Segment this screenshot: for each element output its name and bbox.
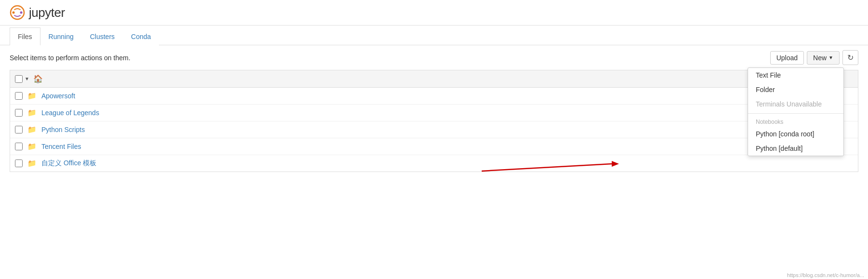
- header-checkbox-wrapper: ▼: [15, 75, 29, 83]
- toolbar: Select items to perform actions on them.…: [0, 45, 868, 70]
- dropdown-divider: [748, 113, 843, 114]
- jupyter-logo-icon: [10, 5, 25, 20]
- tabs-bar: Files Running Clusters Conda: [0, 27, 868, 45]
- file-list: ▼ 🏠 📁 Apowersoft 📁 League of Legends 📁 P…: [10, 70, 858, 172]
- file-link-python-scripts[interactable]: Python Scripts: [41, 126, 85, 133]
- app-title: jupyter: [29, 5, 65, 20]
- folder-icon: 📁: [27, 142, 37, 151]
- tab-running[interactable]: Running: [40, 27, 82, 45]
- row-checkbox-office-templates[interactable]: [15, 159, 23, 167]
- upload-button[interactable]: Upload: [770, 51, 804, 65]
- new-button[interactable]: New ▼: [807, 51, 840, 65]
- svg-point-2: [20, 12, 23, 14]
- dropdown-item-python-conda-root[interactable]: Python [conda root]: [748, 127, 843, 141]
- table-row: 📁 Python Scripts: [10, 121, 858, 138]
- chevron-down-icon: ▼: [829, 55, 833, 60]
- select-dropdown-arrow[interactable]: ▼: [25, 76, 29, 81]
- folder-icon: 📁: [27, 108, 37, 117]
- svg-point-1: [13, 12, 15, 14]
- dropdown-item-text-file[interactable]: Text File: [748, 68, 843, 82]
- table-row: 📁 League of Legends: [10, 105, 858, 121]
- row-checkbox-apowersoft[interactable]: [15, 92, 23, 100]
- folder-icon: 📁: [27, 92, 37, 100]
- folder-icon: 📁: [27, 159, 37, 168]
- toolbar-right: Upload New ▼ ↻ Text File Folder Terminal…: [770, 50, 858, 65]
- table-row: 📁 Apowersoft: [10, 88, 858, 105]
- table-row: 📁 自定义 Office 模板: [10, 155, 858, 172]
- jupyter-logo: jupyter: [10, 5, 65, 20]
- tab-files[interactable]: Files: [10, 27, 40, 45]
- dropdown-item-folder[interactable]: Folder: [748, 82, 843, 97]
- row-checkbox-tencent-files[interactable]: [15, 143, 23, 150]
- tab-conda[interactable]: Conda: [123, 27, 159, 45]
- select-all-checkbox[interactable]: [15, 75, 23, 83]
- table-row: 📁 Tencent Files: [10, 138, 858, 155]
- file-link-apowersoft[interactable]: Apowersoft: [41, 92, 75, 100]
- file-list-header: ▼ 🏠: [10, 70, 858, 88]
- row-checkbox-python-scripts[interactable]: [15, 126, 23, 133]
- refresh-button[interactable]: ↻: [842, 50, 858, 65]
- file-link-league-of-legends[interactable]: League of Legends: [41, 109, 99, 117]
- new-dropdown-menu: Text File Folder Terminals Unavailable N…: [748, 67, 844, 156]
- app-header: jupyter: [0, 0, 868, 26]
- refresh-icon: ↻: [847, 53, 854, 62]
- folder-icon: 📁: [27, 125, 37, 134]
- file-link-office-templates[interactable]: 自定义 Office 模板: [41, 159, 96, 168]
- dropdown-section-notebooks: Notebooks: [748, 116, 843, 127]
- file-link-tencent-files[interactable]: Tencent Files: [41, 143, 81, 150]
- select-hint: Select items to perform actions on them.: [10, 54, 131, 62]
- dropdown-item-terminals-unavailable: Terminals Unavailable: [748, 97, 843, 111]
- dropdown-item-python-default[interactable]: Python [default]: [748, 141, 843, 156]
- row-checkbox-league-of-legends[interactable]: [15, 109, 23, 117]
- home-icon[interactable]: 🏠: [33, 74, 43, 83]
- tab-clusters[interactable]: Clusters: [82, 27, 123, 45]
